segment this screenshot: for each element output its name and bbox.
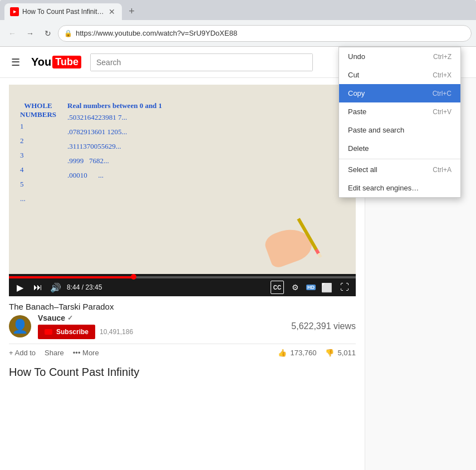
- video-thumb-title: The Banach–Tarski Paradox: [9, 302, 356, 311]
- video-thumbnail: YouTube WHOLENUMBERS 12345...: [9, 85, 356, 296]
- add-to-button[interactable]: + Add to: [9, 349, 36, 357]
- total-time: 23:45: [85, 283, 102, 291]
- current-time: 8:44: [67, 283, 80, 291]
- context-menu-copy[interactable]: Copy Ctrl+C: [339, 84, 460, 102]
- video-title-main: How To Count Past Infinity: [9, 366, 356, 379]
- play-button[interactable]: ▶: [13, 281, 27, 294]
- math-col-real: Real numbers between 0 and 1 .5032164223…: [67, 101, 162, 206]
- whole-numbers-rows: 12345...: [20, 119, 56, 206]
- video-section: YouTube WHOLENUMBERS 12345...: [0, 78, 365, 470]
- progress-played: [9, 276, 134, 278]
- delete-label: Delete: [348, 144, 369, 153]
- copy-shortcut: Ctrl+C: [433, 90, 452, 97]
- views-count: 5,622,391 views: [291, 321, 356, 331]
- paste-search-label: Paste and search: [348, 126, 404, 134]
- share-button[interactable]: Share: [45, 349, 64, 357]
- select-all-label: Select all: [348, 165, 377, 174]
- tab-title: How To Count Past Infinit…: [22, 8, 104, 16]
- hd-badge: HD: [306, 285, 316, 290]
- math-col-whole: WHOLENUMBERS 12345...: [20, 101, 56, 206]
- volume-button[interactable]: 🔊: [49, 281, 62, 294]
- cut-shortcut: Ctrl+X: [433, 71, 452, 79]
- nav-bar: ← → ↻ 🔒 https://www.youtube.com/watch?v=…: [0, 20, 476, 47]
- next-button[interactable]: ⏭: [31, 281, 45, 294]
- settings-button[interactable]: ⚙: [288, 281, 302, 294]
- context-menu: Undo Ctrl+Z Cut Ctrl+X Copy Ctrl+C Paste…: [338, 47, 461, 198]
- math-table: WHOLENUMBERS 12345... Real numbers betwe…: [20, 101, 345, 206]
- context-menu-cut[interactable]: Cut Ctrl+X: [339, 66, 460, 84]
- context-menu-edit-search-engines[interactable]: Edit search engines…: [339, 179, 460, 197]
- reload-button[interactable]: ↻: [40, 26, 56, 41]
- math-content: WHOLENUMBERS 12345... Real numbers betwe…: [9, 85, 356, 274]
- context-menu-paste[interactable]: Paste Ctrl+V: [339, 102, 460, 121]
- paste-shortcut: Ctrl+V: [433, 108, 452, 116]
- back-button[interactable]: ←: [4, 26, 20, 41]
- more-button[interactable]: ••• More: [73, 349, 99, 357]
- select-all-shortcut: Ctrl+A: [433, 166, 452, 174]
- cc-button[interactable]: CC: [271, 281, 284, 294]
- progress-bar[interactable]: [9, 276, 356, 278]
- add-to-label: + Add to: [9, 349, 36, 357]
- copy-label: Copy: [348, 89, 365, 97]
- undo-label: Undo: [348, 52, 365, 61]
- action-row: + Add to Share ••• More 👍 173,760: [9, 344, 356, 357]
- new-tab-button[interactable]: +: [124, 3, 140, 19]
- context-menu-undo[interactable]: Undo Ctrl+Z: [339, 47, 460, 66]
- search-bar[interactable]: [90, 53, 313, 71]
- url-text: https://www.youtube.com/watch?v=SrU9YDoX…: [76, 29, 465, 37]
- active-tab[interactable]: How To Count Past Infinit… ✕: [4, 3, 122, 20]
- context-menu-select-all[interactable]: Select all Ctrl+A: [339, 160, 460, 179]
- real-numbers-header: Real numbers between 0 and 1: [67, 101, 162, 110]
- channel-name-text: Vsauce: [38, 314, 65, 322]
- controls-row: ▶ ⏭ 🔊 8:44 / 23:45 CC ⚙ HD: [9, 278, 356, 296]
- more-label: ••• More: [73, 349, 99, 357]
- youtube-logo-tube: Tube: [52, 56, 81, 68]
- video-player: YouTube WHOLENUMBERS 12345...: [9, 85, 356, 296]
- context-menu-divider: [339, 159, 460, 159]
- channel-info: Vsauce ✓ Subscribe 10,491,186: [38, 314, 133, 339]
- cut-label: Cut: [348, 71, 359, 79]
- dislike-count: 5,011: [337, 349, 356, 357]
- forward-button[interactable]: →: [22, 26, 38, 41]
- video-controls: ▶ ⏭ 🔊 8:44 / 23:45 CC ⚙ HD: [9, 274, 356, 296]
- video-inner: YouTube WHOLENUMBERS 12345...: [9, 85, 356, 274]
- address-bar[interactable]: 🔒 https://www.youtube.com/watch?v=SrU9YD…: [58, 25, 472, 42]
- channel-row: Vsauce ✓ Subscribe 10,491,186 5,622,391 …: [9, 314, 356, 339]
- tab-bar: How To Count Past Infinit… ✕ +: [0, 0, 476, 20]
- video-info: The Banach–Tarski Paradox Vsauce ✓ Subsc…: [9, 302, 356, 379]
- verified-icon: ✓: [67, 314, 73, 322]
- hand-illustration: [262, 223, 316, 270]
- like-count: 173,760: [290, 349, 316, 357]
- whole-numbers-header: WHOLENUMBERS: [20, 101, 56, 119]
- time-display: 8:44 / 23:45: [67, 283, 102, 291]
- tab-favicon: [10, 7, 19, 16]
- share-label: Share: [45, 349, 64, 357]
- miniplayer-button[interactable]: ⬜: [320, 281, 333, 294]
- youtube-logo-you: You: [31, 56, 51, 68]
- fullscreen-button[interactable]: ⛶: [338, 281, 351, 294]
- lock-icon: 🔒: [64, 30, 72, 37]
- real-numbers-rows: .5032164223981 7... .0782913601 1205... …: [67, 110, 162, 183]
- youtube-logo[interactable]: YouTube: [31, 56, 81, 68]
- thumbs-down-icon: 👎: [325, 349, 334, 357]
- dislike-button[interactable]: 👎 5,011: [325, 349, 356, 357]
- controls-right: CC ⚙ HD ⬜ ⛶: [271, 281, 351, 294]
- subscriber-count: 10,491,186: [100, 328, 133, 336]
- search-input[interactable]: [91, 54, 312, 71]
- channel-name: Vsauce ✓: [38, 314, 133, 322]
- channel-avatar: [9, 315, 31, 337]
- like-button[interactable]: 👍 173,760: [278, 349, 316, 357]
- paste-label: Paste: [348, 107, 366, 116]
- subscribe-button[interactable]: Subscribe: [38, 325, 95, 339]
- tab-close-button[interactable]: ✕: [107, 7, 116, 16]
- context-menu-delete[interactable]: Delete: [339, 139, 460, 158]
- context-menu-paste-search[interactable]: Paste and search: [339, 121, 460, 139]
- edit-search-engines-label: Edit search engines…: [348, 184, 419, 192]
- thumbs-up-icon: 👍: [278, 349, 287, 357]
- subscribe-label: Subscribe: [56, 328, 89, 336]
- hamburger-menu-button[interactable]: ☰: [9, 54, 22, 71]
- undo-shortcut: Ctrl+Z: [433, 53, 452, 61]
